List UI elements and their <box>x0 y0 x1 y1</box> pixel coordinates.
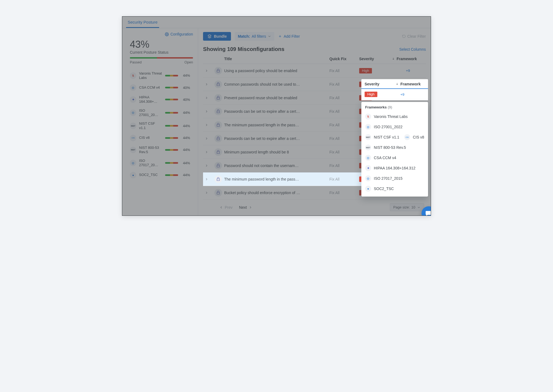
chevron-left-icon <box>219 205 223 209</box>
sidebar-framework-item[interactable]: CIS CIS v8 44% <box>130 133 193 143</box>
bundle-button[interactable]: Bundle <box>203 32 231 41</box>
fix-all-link[interactable]: Fix All <box>329 150 359 154</box>
fix-all-link[interactable]: Fix All <box>329 191 359 195</box>
popover-col-severity[interactable]: Severity <box>365 82 396 86</box>
expand-row[interactable] <box>205 177 214 181</box>
framework-icon: ◎ <box>130 160 136 166</box>
framework-item[interactable]: ◎ ISO 27017_2015 <box>365 173 424 184</box>
pagination: Prev Next Page size: 10 <box>203 200 426 216</box>
expand-row[interactable] <box>205 69 214 73</box>
framework-icon: ◎ <box>365 175 371 181</box>
misconfig-title: Password should not contain the usernam… <box>224 163 329 168</box>
framework-item[interactable]: \\ Varonis Threat Labs <box>365 111 424 122</box>
frameworks-dropdown: Frameworks (9) \\ Varonis Threat Labs ◎ … <box>361 102 428 197</box>
misconfig-icon <box>214 189 222 197</box>
expand-row[interactable] <box>205 123 214 127</box>
sidebar-framework-item[interactable]: ◎ CSA CCM v4 40% <box>130 82 193 93</box>
fix-all-link[interactable]: Fix All <box>329 177 359 181</box>
tab-security-posture[interactable]: Security Posture <box>126 17 159 28</box>
page-size-label: Page size: <box>393 205 410 209</box>
misconfig-icon <box>214 121 222 129</box>
match-dropdown[interactable]: Match: All filters <box>235 32 274 41</box>
misconfig-title: Minimum password length should be 8 <box>224 150 329 154</box>
misconfig-icon <box>214 94 222 102</box>
expand-row[interactable] <box>205 191 214 195</box>
framework-pct: 44% <box>181 136 190 140</box>
col-severity[interactable]: Severity <box>359 57 392 61</box>
reset-icon <box>402 34 406 38</box>
sidebar-framework-item[interactable]: ● SOC2_TSC 44% <box>130 170 193 181</box>
posture-score: 43% <box>130 39 193 50</box>
prev-label: Prev <box>225 205 233 210</box>
col-framework[interactable]: Framework <box>392 57 424 61</box>
sidebar-framework-item[interactable]: ✦ HIPAA 164.308+… 40% <box>130 93 193 106</box>
sidebar-framework-item[interactable]: NIST NIST CSF v1.1 44% <box>130 119 193 133</box>
framework-item[interactable]: ◎ CSA CCM v4 <box>365 153 424 163</box>
framework-count-link[interactable]: +9 <box>392 69 424 73</box>
framework-pct: 44% <box>181 173 190 177</box>
clear-filter-button[interactable]: Clear Filter <box>402 34 426 38</box>
framework-icon: ◎ <box>130 84 136 91</box>
framework-pct: 44% <box>181 111 190 115</box>
expand-row[interactable] <box>205 110 214 113</box>
fix-all-link[interactable]: Fix All <box>329 109 359 114</box>
toolbar: Bundle Match: All filters Add Filter <box>203 32 426 41</box>
misconfig-icon <box>214 108 222 115</box>
popover-fw-count[interactable]: +9 <box>396 92 425 97</box>
popover-active-row: High +9 <box>361 89 428 100</box>
framework-mini-bar <box>165 87 178 88</box>
framework-pct: 40% <box>181 86 190 90</box>
framework-item[interactable]: ● SOC2_TSC <box>365 184 424 194</box>
framework-item[interactable]: NIST NIST 800-53 Rev.5 <box>365 142 424 153</box>
expand-row[interactable] <box>205 164 214 168</box>
framework-item[interactable]: ◎ ISO 27001_2022 <box>365 122 424 132</box>
next-page[interactable]: Next <box>239 205 252 210</box>
framework-pct: 44% <box>181 161 190 165</box>
sidebar-framework-item[interactable]: ◎ ISO 27001_20… 44% <box>130 106 193 120</box>
prev-page[interactable]: Prev <box>219 205 233 210</box>
posture-score-bar <box>130 57 193 59</box>
expand-row[interactable] <box>205 82 214 86</box>
misconfig-icon <box>214 67 222 75</box>
misconfig-icon <box>214 135 222 142</box>
popover-severity-badge: High <box>365 92 377 97</box>
expand-row[interactable] <box>205 137 214 140</box>
chevron-down-icon <box>268 34 271 38</box>
expand-row[interactable] <box>205 150 214 154</box>
page-size-select[interactable]: Page size: 10 <box>390 203 424 211</box>
framework-name: ISO 27001_20… <box>139 108 162 117</box>
add-filter-button[interactable]: Add Filter <box>278 34 300 38</box>
fix-all-link[interactable]: Fix All <box>329 69 359 73</box>
fix-all-link[interactable]: Fix All <box>329 123 359 127</box>
col-quickfix[interactable]: Quick Fix <box>329 57 359 61</box>
framework-name: CSA CCM v4 <box>374 156 396 160</box>
expand-row[interactable] <box>205 96 214 100</box>
framework-item[interactable]: ✦ HIPAA 164.308+164.312 <box>365 163 424 173</box>
framework-name: SOC2_TSC <box>139 173 162 177</box>
popover-header: Severity Framework <box>361 79 428 89</box>
popover-col-framework-label: Framework <box>400 82 421 86</box>
framework-name: ISO 27001_2022 <box>374 125 403 129</box>
misconfig-title: Using a password policy should be enable… <box>224 69 329 73</box>
fix-all-link[interactable]: Fix All <box>329 82 359 86</box>
framework-name: ISO 27017_20… <box>139 159 162 168</box>
configuration-label: Configuration <box>171 32 193 36</box>
sidebar-framework-item[interactable]: NIST NIST 800-53 Rev.5 44% <box>130 143 193 157</box>
sidebar-framework-item[interactable]: \\ Varonis Threat Labs 44% <box>130 69 193 82</box>
table-row[interactable]: Using a password policy should be enable… <box>203 64 426 78</box>
sidebar-framework-item[interactable]: ◎ ISO 27017_20… 44% <box>130 156 193 170</box>
popover-col-framework[interactable]: Framework <box>396 82 425 86</box>
select-columns-link[interactable]: Select Columns <box>399 47 426 52</box>
configuration-link[interactable]: Configuration <box>165 32 193 36</box>
framework-icon: ● <box>365 186 371 192</box>
fix-all-link[interactable]: Fix All <box>329 163 359 168</box>
posture-score-caption: Current Posture Status <box>130 50 193 54</box>
col-title[interactable]: Title <box>224 57 329 61</box>
framework-icon: NIST <box>365 134 371 140</box>
frameworks-card-count: (9) <box>388 105 392 109</box>
framework-icon: CIS <box>404 134 410 140</box>
fix-all-link[interactable]: Fix All <box>329 96 359 100</box>
match-value: All filters <box>252 34 266 38</box>
framework-item[interactable]: NIST NIST CSF v1.1 CIS CIS v8 <box>365 132 424 142</box>
fix-all-link[interactable]: Fix All <box>329 136 359 141</box>
